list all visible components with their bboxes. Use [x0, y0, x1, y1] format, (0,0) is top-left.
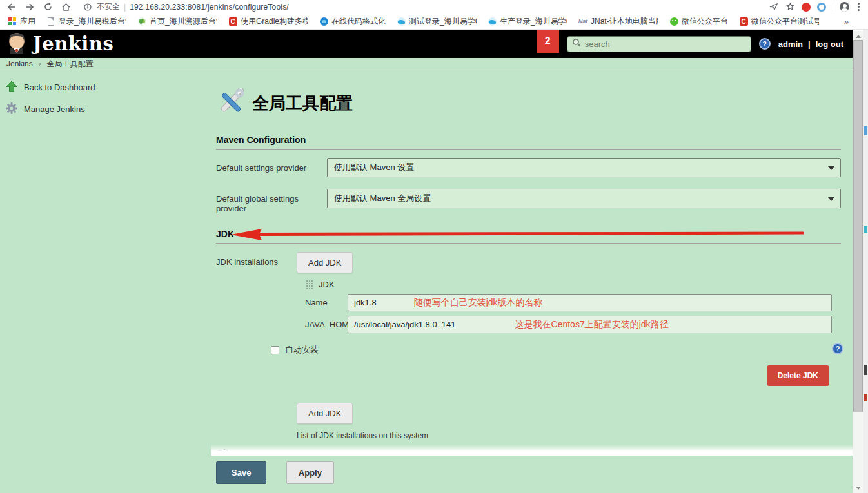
auto-install-label: 自动安装 [285, 344, 319, 356]
c-red-icon: C [739, 17, 748, 26]
bookmark-item[interactable]: 微信公众平台 [669, 16, 728, 27]
body: Back to Dashboard [0, 70, 853, 493]
drag-handle-icon[interactable] [305, 279, 313, 289]
profile-icon[interactable] [840, 2, 849, 12]
wechat-icon [669, 17, 678, 26]
jenkins-title[interactable]: Jenkins [33, 33, 113, 55]
form-row: Default global settings provider 使用默认 Ma… [216, 189, 841, 213]
jdk-name-input[interactable]: jdk1.8 随便写个自己安装jdk版本的名称 [348, 294, 832, 311]
jdk-help-icon[interactable]: ? [832, 343, 843, 354]
field-label: Name [305, 294, 348, 311]
scrollbar[interactable] [853, 31, 863, 493]
tools-icon [216, 88, 246, 118]
bottom-sticker: Save Apply [211, 445, 853, 493]
add-jdk-bottom-wrap: Add JDK [297, 403, 841, 424]
c-red-icon: C [228, 17, 237, 26]
field-label: JAVA_HOME [305, 316, 348, 333]
field-label: Default global settings provider [216, 189, 327, 213]
red-extension-icon[interactable] [802, 3, 811, 12]
url-text[interactable]: 192.168.20.233:8081/jenkins/configureToo… [130, 3, 289, 12]
info-icon[interactable] [83, 2, 93, 12]
jdk-item-title: JDK [319, 280, 335, 289]
search-input[interactable] [585, 39, 746, 49]
bookmark-item[interactable]: C 微信公众平台测试号 [739, 16, 819, 27]
sprout-icon [137, 17, 146, 26]
jdk-name-row: Name jdk1.8 随便写个自己安装jdk版本的名称 [305, 294, 841, 311]
delete-row: Delete JDK [297, 365, 829, 386]
sidebar-item-manage-jenkins[interactable]: Manage Jenkins [5, 102, 193, 117]
gear-icon [5, 102, 18, 117]
section-jdk: JDK [216, 229, 841, 244]
sidebar: Back to Dashboard [0, 70, 193, 493]
bookmarks-overflow-chevron[interactable]: » [844, 17, 860, 26]
add-jdk-button[interactable]: Add JDK [297, 252, 353, 273]
bookmark-item[interactable]: Nat JNat-让本地电脑当服 [578, 16, 658, 27]
header-right: 2 ? admin | log out [537, 30, 843, 58]
search-box[interactable] [567, 36, 751, 52]
bookmark-item[interactable]: 生产登录_海川易学C [488, 16, 567, 27]
default-settings-select[interactable]: 使用默认 Maven 设置 [327, 158, 841, 177]
java-home-input[interactable]: /usr/local/java/jdk1.8.0_141 这是我在Centos7… [348, 316, 832, 333]
action-bar: Save Apply [211, 456, 853, 493]
red-annotation-arrow [231, 228, 805, 241]
scrollbar-down-arrow[interactable] [853, 484, 863, 493]
document-icon [46, 17, 55, 26]
url-box[interactable]: 不安全 | 192.168.20.233:8081/jenkins/config… [83, 1, 760, 12]
bookmarks-bar: 应用 登录_海川易税后台管 首页_海川溯源后台管 C 使用Gradle构建多模 … [0, 14, 868, 30]
forward-icon[interactable] [25, 2, 35, 12]
scrollbar-thumb[interactable] [853, 40, 863, 412]
divider [833, 3, 833, 12]
logout-link[interactable]: log out [816, 39, 843, 49]
bookmark-apps[interactable]: 应用 [8, 16, 35, 27]
bookmark-item[interactable]: 测试登录_海川易学C [397, 16, 477, 27]
breadcrumb-separator: › [39, 59, 41, 68]
save-button[interactable]: Save [216, 461, 266, 484]
dolphin-icon [488, 17, 497, 26]
jdk-item: JDK Name jdk1.8 随便写个自己安装jdk版本的名称 JAVA_ [297, 279, 841, 333]
security-label: 不安全 [97, 1, 120, 12]
breadcrumb-current[interactable]: 全局工具配置 [47, 59, 94, 70]
breadcrumb: Jenkins › 全局工具配置 [0, 58, 853, 70]
auto-install-row: 自动安装 ? [271, 344, 841, 356]
jenkins-butler-icon[interactable] [5, 31, 28, 57]
main-content: 全局工具配置 Maven Configuration Default setti… [193, 70, 853, 493]
browser-window: 不安全 | 192.168.20.233:8081/jenkins/config… [0, 0, 868, 493]
url-separator: | [124, 3, 126, 12]
add-jdk-button[interactable]: Add JDK [297, 403, 353, 424]
form-row: Default settings provider 使用默认 Maven 设置 [216, 158, 841, 177]
header-divider: | [808, 39, 811, 49]
menu-kebab-icon[interactable] [856, 3, 862, 11]
apps-grid-icon [8, 17, 17, 26]
window-edge [863, 30, 868, 493]
jdk-hint: List of JDK installations on this system [297, 431, 841, 440]
bookmark-item[interactable]: 首页_海川溯源后台管 [137, 16, 217, 27]
reload-icon[interactable] [43, 2, 53, 12]
sidebar-item-back-to-dashboard[interactable]: Back to Dashboard [5, 80, 193, 95]
back-icon[interactable] [6, 2, 17, 12]
breadcrumb-root[interactable]: Jenkins [6, 59, 33, 68]
bookmark-item[interactable]: 登录_海川易税后台管 [46, 16, 126, 27]
jdk-installations-row: JDK installations Add JDK JDK Name [216, 252, 841, 440]
scrollbar-up-arrow[interactable] [853, 31, 863, 40]
blue-extension-icon[interactable] [817, 3, 826, 12]
bookmark-star-icon[interactable] [785, 2, 795, 12]
bookmark-item[interactable]: C 使用Gradle构建多模 [228, 16, 308, 27]
page-title: 全局工具配置 [252, 92, 353, 115]
fade-gradient [211, 445, 853, 456]
edge-icon [319, 17, 328, 26]
user-link[interactable]: admin [778, 39, 803, 49]
auto-install-checkbox[interactable] [271, 346, 279, 354]
default-global-settings-select[interactable]: 使用默认 Maven 全局设置 [327, 189, 841, 208]
section-maven: Maven Configuration [216, 135, 841, 150]
home-icon[interactable] [61, 2, 71, 12]
search-help-icon[interactable]: ? [759, 38, 771, 50]
bookmark-item[interactable]: 在线代码格式化 [319, 16, 386, 27]
red-annotation-text: 随便写个自己安装jdk版本的名称 [414, 297, 543, 309]
apply-button[interactable]: Apply [286, 461, 334, 484]
send-icon[interactable] [768, 2, 778, 12]
jenkins-header: Jenkins 2 ? admin | log out [0, 30, 853, 58]
jenkins-page: Jenkins 2 ? admin | log out Jenkins › 全局… [0, 30, 853, 493]
notification-badge[interactable]: 2 [537, 30, 559, 53]
delete-jdk-button[interactable]: Delete JDK [767, 365, 829, 386]
jdk-home-row: JAVA_HOME /usr/local/java/jdk1.8.0_141 这… [305, 316, 841, 333]
